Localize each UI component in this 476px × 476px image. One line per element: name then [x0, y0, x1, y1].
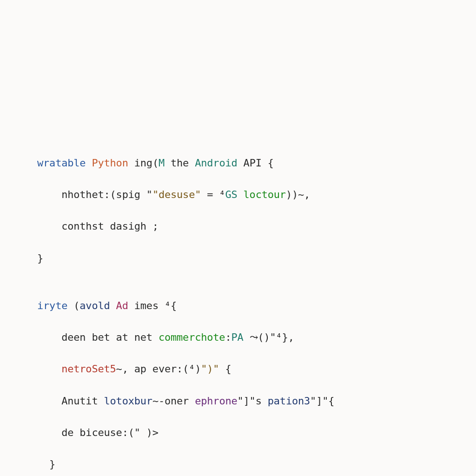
token: "]"	[310, 395, 328, 407]
code-line: deen bet at net commerchote:PA ⤳()"⁴},	[37, 330, 334, 345]
token: "]"	[238, 395, 256, 407]
code-line: }	[37, 456, 334, 472]
token: commerchote	[159, 331, 225, 343]
token: API {	[238, 157, 274, 169]
token-paren: ()	[258, 331, 270, 343]
token-class: Android	[195, 157, 237, 169]
code-line: iryte (avold Ad imes ⁴{	[37, 298, 334, 314]
code-block: wratable Python ing(M the Android API { …	[37, 139, 334, 476]
token: },	[282, 331, 294, 343]
code-line: nhothet:(spig ""desuse" = ⁴GS loctour))~…	[37, 187, 334, 203]
token: "⁴	[270, 331, 282, 343]
token-brace: {	[219, 363, 231, 375]
token: the	[165, 157, 195, 169]
token: "	[140, 189, 152, 200]
token: pation3	[268, 395, 310, 407]
token-string: "desuse"	[152, 189, 201, 200]
token: ephrone	[195, 395, 237, 407]
code-line: netroSet5~, ap ever:(⁴)")" {	[37, 361, 334, 377]
token: ⁴	[213, 189, 225, 200]
token-type: Python	[92, 157, 128, 169]
token-brace: {	[328, 395, 334, 407]
token: ⤳	[244, 331, 258, 343]
token-brace: {	[171, 300, 177, 311]
token: imes	[128, 300, 165, 311]
token: M	[159, 157, 165, 169]
token-paren: (	[152, 157, 159, 169]
token: Anutit	[37, 395, 104, 407]
token: )~,	[292, 189, 310, 200]
token: ~, ap ever:(	[116, 363, 189, 375]
token-paren: (	[110, 189, 116, 200]
token: :	[225, 331, 231, 343]
token: Ad	[116, 300, 128, 311]
token: avold	[79, 300, 110, 311]
token: "	[134, 427, 146, 438]
token: ~-oner	[152, 395, 195, 407]
token-paren: )	[286, 189, 292, 200]
token: ⁴	[165, 300, 171, 311]
code-line: wratable Python ing(M the Android API {	[37, 155, 334, 171]
token-keyword: wratable	[37, 157, 86, 169]
token-brace: }	[37, 252, 43, 264]
code-line: Anutit lotoxbur~-oner ephrone"]"s pation…	[37, 393, 334, 409]
token: GS	[225, 189, 237, 200]
code-line: conthst dasigh ;	[37, 218, 334, 234]
token-brace: }	[37, 458, 55, 470]
token: PA	[231, 331, 243, 343]
token: conthst dasigh ;	[37, 220, 159, 232]
code-line: }	[37, 251, 334, 266]
token: s	[256, 395, 268, 407]
code-line: de biceuse:(" )>	[37, 425, 334, 441]
token: deen bet at net	[37, 331, 159, 343]
token: )	[195, 363, 201, 375]
token-paren: (	[67, 300, 79, 311]
token: de biceuse:(	[37, 427, 134, 438]
token: =	[201, 189, 213, 200]
token: nhothet:	[37, 189, 110, 200]
token: ing	[134, 157, 152, 169]
token	[37, 363, 61, 375]
token-keyword: iryte	[37, 300, 67, 311]
token: netroSet5	[61, 363, 116, 375]
token: )>	[146, 427, 159, 438]
token: spig	[116, 189, 140, 200]
token: ⁴	[189, 363, 195, 375]
token: loctour	[244, 189, 286, 200]
token-string: ")"	[201, 363, 219, 375]
token: lotoxbur	[104, 395, 152, 407]
